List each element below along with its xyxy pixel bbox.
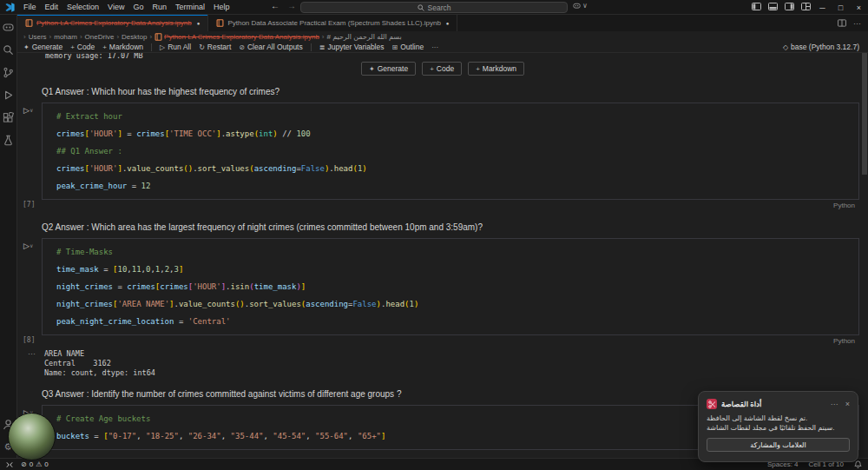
markup-share-button[interactable]: العلامات والمشاركة xyxy=(707,438,850,452)
command-center-search[interactable]: Search xyxy=(300,2,568,13)
minimize-button[interactable]: ─ xyxy=(813,0,832,15)
cell-status-bar: [7]Python xyxy=(42,200,859,211)
chevron-right-icon: › xyxy=(322,33,325,41)
maximize-button[interactable]: □ xyxy=(832,0,850,15)
modified-dot-icon[interactable]: ● xyxy=(446,21,450,26)
outline-button[interactable]: ⊞Outline xyxy=(391,43,424,51)
search-icon xyxy=(418,4,424,11)
code-editor[interactable]: # Extract hourcrimes['HOUR'] = crimes['T… xyxy=(42,103,859,200)
extensions-icon[interactable] xyxy=(3,112,14,123)
menu-view[interactable]: View xyxy=(103,3,128,11)
breadcrumb-item[interactable]: Python LA Crimes Exploratory Data Analys… xyxy=(155,33,319,41)
chevron-right-icon: › xyxy=(49,33,52,41)
remote-indicator[interactable] xyxy=(6,461,13,468)
title-bar: FileEditSelectionViewGoRunTerminalHelp ←… xyxy=(0,0,868,15)
notebook-file-icon xyxy=(25,19,33,27)
code-cell[interactable]: ▷∨# Time-Maskstime_mask = [10,11,0,1,2,3… xyxy=(42,238,859,378)
back-icon[interactable]: ← xyxy=(271,1,279,10)
toggle-sidebar-icon[interactable] xyxy=(752,3,761,10)
cell-status-bar: [8]Python xyxy=(42,335,859,347)
notification-close-icon[interactable]: × xyxy=(845,400,850,408)
output-line: Central 3162 xyxy=(44,359,859,368)
markdown-cell[interactable]: Q1 Answer : Which hour has the highest f… xyxy=(42,87,868,96)
menu-terminal[interactable]: Terminal xyxy=(171,3,209,11)
copilot-chat-icon[interactable] xyxy=(3,22,14,33)
menu-selection[interactable]: Selection xyxy=(62,3,103,11)
tab-2[interactable]: Python Data Associate Practical Exam (Sp… xyxy=(208,15,457,31)
problems-indicator[interactable]: ⊘ 0 ⚠ 0 xyxy=(21,460,49,468)
run-all-button[interactable]: ▷Run All xyxy=(160,43,191,51)
breadcrumb-item[interactable]: OneDrive xyxy=(85,33,115,41)
customize-layout-icon[interactable] xyxy=(801,3,811,10)
markdown-cell[interactable]: Q2 Answer : Which area has the largest f… xyxy=(42,222,868,232)
markdown-button[interactable]: +Markdown xyxy=(102,43,143,51)
generate-button[interactable]: ✦Generate xyxy=(23,43,62,51)
toggle-panel-icon[interactable] xyxy=(768,3,778,10)
code-line: # Time-Masks xyxy=(56,243,858,261)
jupyter-variables-button[interactable]: ≣Jupyter Variables xyxy=(319,43,385,51)
output-line: AREA NAME xyxy=(44,349,859,359)
toolbar-label: Clear All Outputs xyxy=(247,43,303,51)
insert-code-button[interactable]: +Code xyxy=(422,62,462,76)
chevron-right-icon: › xyxy=(23,33,26,41)
toolbar-separator xyxy=(151,43,152,51)
kernel-picker[interactable]: ◇ base (Python 3.12.7) xyxy=(783,43,868,51)
breadcrumb-item[interactable]: Desktop xyxy=(122,33,147,41)
run-cell-button[interactable]: ▷∨ xyxy=(23,107,33,115)
run-cell-button[interactable]: ▷∨ xyxy=(23,242,33,250)
code-line: peak_crime_hour = 12 xyxy=(56,177,858,195)
modified-dot-icon[interactable]: ● xyxy=(197,21,201,26)
breadcrumb-label: Desktop xyxy=(122,33,147,41)
breadcrumb-item[interactable]: Users xyxy=(29,33,47,41)
truncated-output-line: memory usage: 17.07 MB xyxy=(45,53,868,60)
copilot-menu-button[interactable]: ∨ xyxy=(573,2,588,10)
testing-icon[interactable] xyxy=(3,135,14,146)
forward-icon[interactable]: → xyxy=(287,1,296,10)
snipping-tool-notification[interactable]: أداة القصاصة ··· × تم نسخ لقطة الشاشة إل… xyxy=(698,391,858,462)
menu-file[interactable]: File xyxy=(19,3,41,11)
notifications-bell-icon[interactable] xyxy=(854,460,862,468)
menu-run[interactable]: Run xyxy=(148,3,171,11)
source-control-icon[interactable] xyxy=(3,67,14,78)
menu-help[interactable]: Help xyxy=(209,3,234,11)
split-editor-icon[interactable] xyxy=(838,19,846,27)
insert-markdown-button[interactable]: +Markdown xyxy=(468,62,524,76)
close-button[interactable]: × xyxy=(850,0,868,15)
code-editor[interactable]: # Time-Maskstime_mask = [10,11,0,1,2,3]n… xyxy=(42,238,859,335)
notification-header: أداة القصاصة ··· × xyxy=(707,399,850,409)
vertical-scrollbar[interactable] xyxy=(862,53,867,175)
toggle-secondary-sidebar-icon[interactable] xyxy=(785,3,794,10)
output-collapse-icon[interactable]: ··· xyxy=(28,349,36,358)
code-button[interactable]: +Code xyxy=(70,43,95,51)
insert-generate-button[interactable]: ✦Generate xyxy=(361,62,416,76)
tab-1[interactable]: Python LA Crimes Exploratory Data Analys… xyxy=(17,15,208,31)
run-debug-icon[interactable] xyxy=(3,89,14,101)
breadcrumb-item[interactable]: # بسم الله الرحمن الرحيم xyxy=(327,33,402,41)
warnings-icon: ⚠ xyxy=(36,460,42,468)
menu-edit[interactable]: Edit xyxy=(41,3,63,11)
search-icon[interactable] xyxy=(3,44,14,56)
code-line: # Extract hour xyxy=(56,108,858,125)
more-actions-button[interactable]: ··· xyxy=(431,43,438,51)
menu-go[interactable]: Go xyxy=(128,3,148,11)
breadcrumb-item[interactable]: moham xyxy=(54,33,77,41)
breadcrumb: › Users›moham›OneDrive›Desktop›Python LA… xyxy=(17,31,868,42)
cell-language-label[interactable]: Python xyxy=(833,337,859,345)
code-line: ## Q1 Answer : xyxy=(56,142,858,160)
notification-more-icon[interactable]: ··· xyxy=(831,400,838,408)
more-actions-icon[interactable]: ··· xyxy=(853,19,861,28)
plus-icon: + xyxy=(102,43,107,51)
restart-button[interactable]: ↻Restart xyxy=(199,43,231,51)
notification-line-1: تم نسخ لقطة الشاشة إلى الحافظة. xyxy=(707,414,850,423)
notification-line-2: سيتم الحفظ تلقائيًا في مجلد لقطات الشاشة… xyxy=(707,423,850,433)
vscode-window: FileEditSelectionViewGoRunTerminalHelp ←… xyxy=(0,0,868,470)
code-cell[interactable]: ▷∨# Extract hourcrimes['HOUR'] = crimes[… xyxy=(42,103,859,211)
breadcrumb-label: Python LA Crimes Exploratory Data Analys… xyxy=(164,33,319,41)
sparkle-icon: ✦ xyxy=(369,65,375,73)
history-nav: ← → xyxy=(271,1,296,10)
clear-all-outputs-button[interactable]: ⊘Clear All Outputs xyxy=(239,43,302,51)
notebook-toolbar-items: ✦Generate+Code+Markdown▷Run All↻Restart⊘… xyxy=(23,43,438,51)
tab-label: Python Data Associate Practical Exam (Sp… xyxy=(227,19,440,27)
cell-language-label[interactable]: Python xyxy=(833,202,859,209)
insert-button-label: Code xyxy=(437,64,454,73)
